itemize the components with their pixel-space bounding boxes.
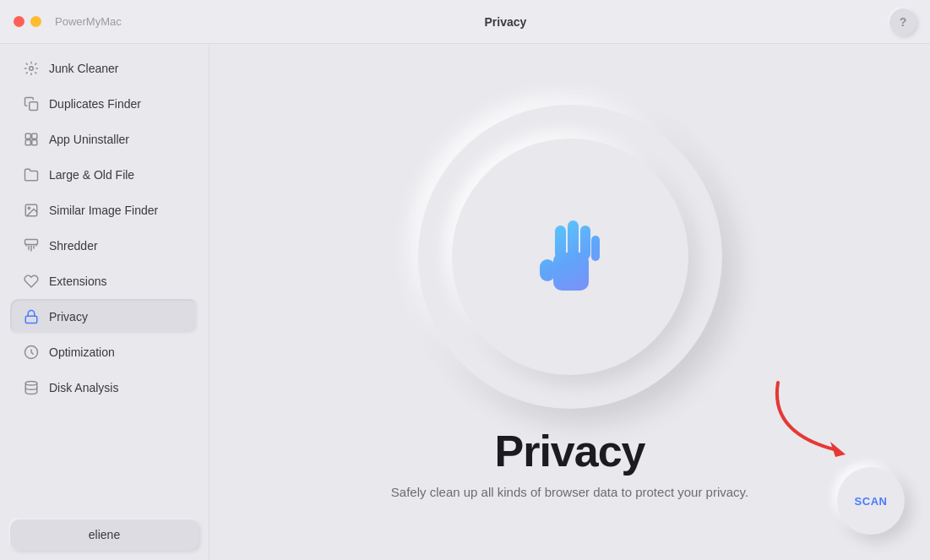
svg-rect-3 <box>32 133 37 139</box>
image-icon <box>22 201 41 220</box>
svg-rect-14 <box>555 226 566 259</box>
privacy-circle <box>418 105 722 409</box>
privacy-subtitle: Safely clean up all kinds of browser dat… <box>391 485 748 499</box>
sidebar-label-duplicates-finder: Duplicates Finder <box>49 97 141 111</box>
svg-rect-1 <box>30 102 38 111</box>
sidebar-label-shredder: Shredder <box>49 239 98 253</box>
user-profile[interactable]: eliene <box>10 519 199 550</box>
disk-icon <box>22 378 41 397</box>
sidebar-label-extensions: Extensions <box>49 275 106 288</box>
sidebar-item-app-uninstaller[interactable]: App Uninstaller <box>10 122 199 157</box>
sidebar-label-privacy: Privacy <box>49 310 88 323</box>
inner-circle <box>452 139 688 375</box>
sidebar-label-similar-image-finder: Similar Image Finder <box>49 204 158 217</box>
sidebar-label-disk-analysis: Disk Analysis <box>49 381 118 394</box>
svg-point-11 <box>25 382 37 386</box>
gear-icon <box>22 59 41 78</box>
titlebar-title: Privacy <box>128 15 883 29</box>
traffic-lights <box>14 16 41 27</box>
sidebar-item-shredder[interactable]: Shredder <box>10 228 199 264</box>
main-content: Junk CleanerDuplicates FinderApp Uninsta… <box>0 44 930 560</box>
help-button[interactable]: ? <box>889 8 916 35</box>
app-icon <box>22 130 41 149</box>
titlebar: PowerMyMac Privacy ? <box>0 0 930 44</box>
privacy-icon <box>22 307 41 326</box>
shred-icon <box>22 237 41 255</box>
svg-rect-17 <box>591 236 600 261</box>
sidebar-label-junk-cleaner: Junk Cleaner <box>49 62 119 75</box>
privacy-title: Privacy <box>494 426 644 476</box>
svg-rect-16 <box>580 226 590 259</box>
outer-circle <box>418 105 722 409</box>
sidebar: Junk CleanerDuplicates FinderApp Uninsta… <box>0 44 209 560</box>
scan-button[interactable]: SCAN <box>837 467 905 535</box>
sidebar-item-similar-image-finder[interactable]: Similar Image Finder <box>10 193 199 228</box>
sidebar-item-large-old-file[interactable]: Large & Old File <box>10 157 199 193</box>
sidebar-label-app-uninstaller: App Uninstaller <box>49 133 129 146</box>
scan-button-container: SCAN <box>837 467 905 535</box>
svg-rect-15 <box>568 220 579 259</box>
sidebar-item-junk-cleaner[interactable]: Junk Cleaner <box>10 51 199 86</box>
svg-point-7 <box>28 207 30 209</box>
sidebar-label-optimization: Optimization <box>49 345 115 359</box>
minimize-button[interactable] <box>30 16 41 27</box>
sidebar-item-extensions[interactable]: Extensions <box>10 264 199 299</box>
close-button[interactable] <box>14 16 24 27</box>
svg-point-0 <box>30 67 34 71</box>
content-area: Privacy Safely clean up all kinds of bro… <box>209 44 930 560</box>
sidebar-item-disk-analysis[interactable]: Disk Analysis <box>10 370 199 405</box>
sidebar-label-large-old-file: Large & Old File <box>49 168 134 182</box>
copy-icon <box>22 95 41 113</box>
svg-rect-2 <box>25 133 30 139</box>
sidebar-item-duplicates-finder[interactable]: Duplicates Finder <box>10 86 199 122</box>
svg-rect-4 <box>25 140 30 145</box>
svg-rect-8 <box>25 240 38 245</box>
sidebar-item-optimization[interactable]: Optimization <box>10 334 199 370</box>
privacy-hand-icon <box>524 210 617 303</box>
opt-icon <box>22 343 41 362</box>
file-icon <box>22 166 41 184</box>
svg-rect-5 <box>32 140 37 145</box>
svg-rect-9 <box>25 316 37 323</box>
svg-rect-13 <box>540 259 555 281</box>
sidebar-item-privacy[interactable]: Privacy <box>10 299 199 334</box>
scan-arrow <box>761 366 862 467</box>
ext-icon <box>22 272 41 291</box>
app-name: PowerMyMac <box>55 15 122 28</box>
